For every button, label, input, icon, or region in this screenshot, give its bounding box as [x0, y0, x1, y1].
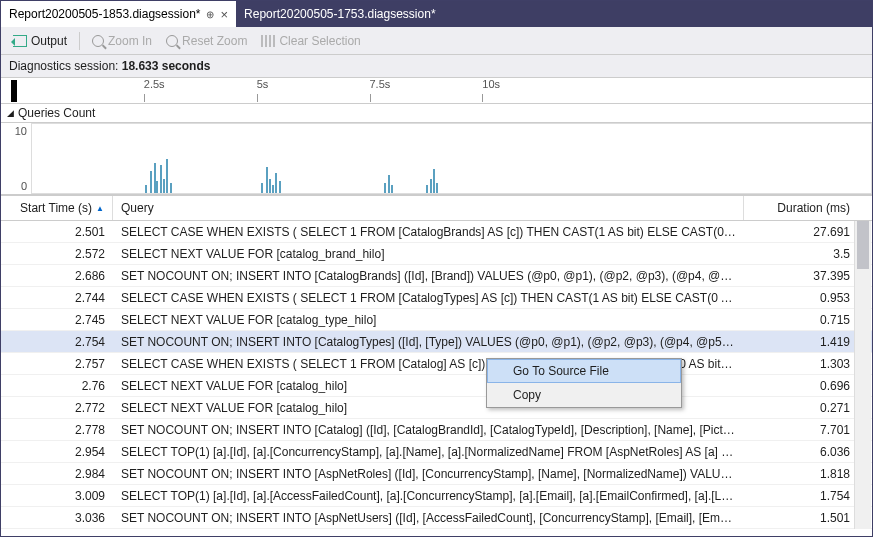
cell-duration: 1.818 [744, 467, 872, 481]
zoom-in-label: Zoom In [108, 34, 152, 48]
col-duration-label: Duration (ms) [777, 201, 850, 215]
chart-bar [160, 165, 162, 193]
clear-selection-label: Clear Selection [279, 34, 360, 48]
chart-bar [269, 179, 271, 193]
ruler-tick: 5s [257, 78, 269, 90]
tab-label: Report20200505-1853.diagsession* [9, 7, 200, 21]
chart-bar [163, 179, 165, 193]
reset-zoom-button[interactable]: Reset Zoom [160, 32, 253, 50]
zoom-in-button[interactable]: Zoom In [86, 32, 158, 50]
reset-zoom-icon [166, 35, 178, 47]
copy-menuitem[interactable]: Copy [487, 383, 681, 407]
table-row[interactable]: 2.501SELECT CASE WHEN EXISTS ( SELECT 1 … [1, 221, 872, 243]
cell-start-time: 2.778 [1, 423, 113, 437]
table-row[interactable]: 2.572SELECT NEXT VALUE FOR [catalog_bran… [1, 243, 872, 265]
export-icon [13, 35, 27, 47]
cell-start-time: 2.745 [1, 313, 113, 327]
table-row[interactable]: 2.757SELECT CASE WHEN EXISTS ( SELECT 1 … [1, 353, 872, 375]
table-row[interactable]: 2.744SELECT CASE WHEN EXISTS ( SELECT 1 … [1, 287, 872, 309]
cell-query: SELECT CASE WHEN EXISTS ( SELECT 1 FROM … [113, 291, 744, 305]
table-row[interactable]: 2.745SELECT NEXT VALUE FOR [catalog_type… [1, 309, 872, 331]
close-icon[interactable]: × [220, 7, 228, 22]
sort-ascending-icon: ▲ [96, 204, 104, 213]
cell-query: SELECT TOP(1) [a].[Id], [a].[AccessFaile… [113, 489, 744, 503]
queries-count-section-header[interactable]: ◢ Queries Count [1, 104, 872, 123]
cell-start-time: 2.76 [1, 379, 113, 393]
output-button[interactable]: Output [7, 32, 73, 50]
cell-start-time: 2.984 [1, 467, 113, 481]
cell-start-time: 2.954 [1, 445, 113, 459]
chart-y-max: 10 [15, 125, 27, 137]
clear-selection-icon [261, 35, 275, 47]
table-row[interactable]: 2.778SET NOCOUNT ON; INSERT INTO [Catalo… [1, 419, 872, 441]
queries-count-chart[interactable]: 10 0 [1, 123, 872, 195]
cell-start-time: 2.572 [1, 247, 113, 261]
ruler-tick: 2.5s [144, 78, 165, 90]
cell-query: SET NOCOUNT ON; INSERT INTO [AspNetUsers… [113, 511, 744, 525]
table-row[interactable]: 3.009SELECT TOP(1) [a].[Id], [a].[Access… [1, 485, 872, 507]
timeline-ruler[interactable]: 2.5s5s7.5s10s [1, 78, 872, 104]
chart-bar [279, 181, 281, 193]
cell-duration: 6.036 [744, 445, 872, 459]
session-header: Diagnostics session: 18.633 seconds [1, 55, 872, 78]
goto-source-menuitem[interactable]: Go To Source File [487, 359, 681, 383]
context-menu: Go To Source File Copy [486, 358, 682, 408]
table-row[interactable]: 3.036SET NOCOUNT ON; INSERT INTO [AspNet… [1, 507, 872, 529]
clear-selection-button[interactable]: Clear Selection [255, 32, 366, 50]
cell-duration: 1.501 [744, 511, 872, 525]
table-row[interactable]: 2.954SELECT TOP(1) [a].[Id], [a].[Concur… [1, 441, 872, 463]
col-query-label: Query [121, 201, 154, 215]
chart-bar [388, 175, 390, 193]
cell-duration: 7.701 [744, 423, 872, 437]
cell-query: SELECT CASE WHEN EXISTS ( SELECT 1 FROM … [113, 225, 744, 239]
reset-zoom-label: Reset Zoom [182, 34, 247, 48]
cell-query: SET NOCOUNT ON; INSERT INTO [CatalogType… [113, 335, 744, 349]
toolbar-separator [79, 32, 80, 50]
toolbar: Output Zoom In Reset Zoom Clear Selectio… [1, 27, 872, 55]
chart-bar [170, 183, 172, 193]
col-start-label: Start Time (s) [20, 201, 92, 215]
tab-0[interactable]: Report20200505-1853.diagsession*⊕× [1, 1, 236, 27]
cell-duration: 1.419 [744, 335, 872, 349]
table-row[interactable]: 2.772SELECT NEXT VALUE FOR [catalog_hilo… [1, 397, 872, 419]
chart-bar [391, 185, 393, 193]
chart-bar [433, 169, 435, 193]
chart-bar [275, 173, 277, 193]
col-query[interactable]: Query [113, 196, 744, 220]
cell-duration: 3.5 [744, 247, 872, 261]
pin-icon[interactable]: ⊕ [206, 9, 214, 20]
cell-start-time: 3.036 [1, 511, 113, 525]
chart-y-min: 0 [21, 180, 27, 192]
table-row[interactable]: 2.686SET NOCOUNT ON; INSERT INTO [Catalo… [1, 265, 872, 287]
cell-query: SELECT NEXT VALUE FOR [catalog_type_hilo… [113, 313, 744, 327]
table-row[interactable]: 2.76SELECT NEXT VALUE FOR [catalog_hilo]… [1, 375, 872, 397]
cell-query: SET NOCOUNT ON; INSERT INTO [AspNetRoles… [113, 467, 744, 481]
table-row[interactable]: 2.984SET NOCOUNT ON; INSERT INTO [AspNet… [1, 463, 872, 485]
cell-start-time: 3.009 [1, 489, 113, 503]
vertical-scrollbar[interactable] [854, 221, 871, 529]
grid-header: Start Time (s) ▲ Query Duration (ms) [1, 195, 872, 221]
col-duration[interactable]: Duration (ms) [744, 196, 872, 220]
cell-duration: 0.953 [744, 291, 872, 305]
chart-bar [156, 181, 158, 193]
cell-start-time: 2.772 [1, 401, 113, 415]
chart-bar [272, 185, 274, 193]
tab-1[interactable]: Report20200505-1753.diagsession* [236, 1, 443, 27]
chart-bar [166, 159, 168, 193]
cell-start-time: 2.744 [1, 291, 113, 305]
grid-body: 2.501SELECT CASE WHEN EXISTS ( SELECT 1 … [1, 221, 872, 529]
cell-query: SELECT NEXT VALUE FOR [catalog_brand_hil… [113, 247, 744, 261]
cell-query: SET NOCOUNT ON; INSERT INTO [Catalog] ([… [113, 423, 744, 437]
scrollbar-thumb[interactable] [857, 221, 869, 269]
cell-duration: 27.691 [744, 225, 872, 239]
table-row[interactable]: 2.754SET NOCOUNT ON; INSERT INTO [Catalo… [1, 331, 872, 353]
tab-label: Report20200505-1753.diagsession* [244, 7, 435, 21]
queries-count-label: Queries Count [18, 106, 95, 120]
chart-body [31, 123, 872, 194]
output-label: Output [31, 34, 67, 48]
col-start-time[interactable]: Start Time (s) ▲ [1, 196, 113, 220]
cell-duration: 37.395 [744, 269, 872, 283]
query-grid: Start Time (s) ▲ Query Duration (ms) 2.5… [1, 195, 872, 529]
session-value: 18.633 seconds [122, 59, 211, 73]
cell-duration: 0.271 [744, 401, 872, 415]
